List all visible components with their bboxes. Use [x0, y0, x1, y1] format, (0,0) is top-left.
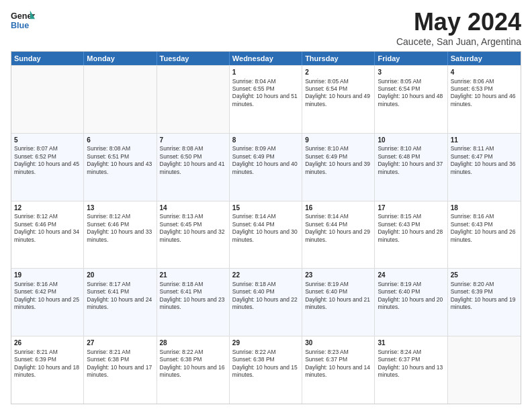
sunrise-text: Sunrise: 8:24 AM: [378, 349, 421, 355]
sunrise-text: Sunrise: 8:21 AM: [87, 349, 130, 355]
calendar-cell-w2-d7: 11Sunrise: 8:11 AMSunset: 6:47 PMDayligh…: [448, 134, 521, 201]
sunrise-text: Sunrise: 8:10 AM: [305, 145, 349, 152]
calendar-cell-w3-d2: 13Sunrise: 8:12 AMSunset: 6:46 PMDayligh…: [84, 201, 157, 269]
day-number: 1: [232, 68, 299, 77]
day-number: 6: [87, 136, 153, 145]
sunrise-text: Sunrise: 8:10 AM: [378, 145, 421, 152]
daylight-text: Daylight: 10 hours and 16 minutes.: [160, 364, 225, 378]
sunrise-text: Sunrise: 8:04 AM: [232, 78, 276, 85]
daylight-text: Daylight: 10 hours and 13 minutes.: [378, 364, 443, 378]
sunset-text: Sunset: 6:37 PM: [305, 356, 347, 363]
sunrise-text: Sunrise: 8:19 AM: [378, 281, 421, 287]
calendar-cell-w1-d7: 4Sunrise: 8:06 AMSunset: 6:53 PMDaylight…: [448, 66, 521, 133]
calendar-week-5: 26Sunrise: 8:21 AMSunset: 6:39 PMDayligh…: [11, 336, 521, 404]
calendar-cell-w5-d3: 28Sunrise: 8:22 AMSunset: 6:38 PMDayligh…: [157, 336, 230, 404]
sunset-text: Sunset: 6:38 PM: [232, 356, 275, 363]
day-number: 14: [160, 203, 226, 213]
sunset-text: Sunset: 6:39 PM: [451, 288, 493, 295]
calendar-title: May 2024: [396, 8, 521, 36]
sunset-text: Sunset: 6:44 PM: [232, 221, 275, 228]
calendar-location: Caucete, San Juan, Argentina: [396, 36, 521, 47]
page-container: General Blue May 2024 Caucete, San Juan,…: [0, 0, 532, 411]
day-number: 3: [378, 68, 444, 77]
daylight-text: Daylight: 10 hours and 28 minutes.: [378, 228, 443, 242]
day-number: 2: [305, 68, 371, 77]
sunset-text: Sunset: 6:50 PM: [160, 153, 202, 160]
daylight-text: Daylight: 10 hours and 24 minutes.: [87, 296, 152, 310]
header-sunday: Sunday: [11, 52, 84, 65]
sunset-text: Sunset: 6:55 PM: [232, 85, 275, 92]
day-number: 27: [87, 338, 153, 348]
daylight-text: Daylight: 10 hours and 51 minutes.: [232, 93, 298, 107]
sunset-text: Sunset: 6:52 PM: [14, 153, 56, 160]
calendar-cell-w2-d3: 7Sunrise: 8:08 AMSunset: 6:50 PMDaylight…: [157, 134, 230, 201]
calendar-cell-w1-d5: 2Sunrise: 8:05 AMSunset: 6:54 PMDaylight…: [302, 66, 375, 133]
calendar-cell-w4-d1: 19Sunrise: 8:16 AMSunset: 6:42 PMDayligh…: [11, 269, 84, 336]
calendar-cell-w2-d1: 5Sunrise: 8:07 AMSunset: 6:52 PMDaylight…: [11, 134, 84, 201]
sunrise-text: Sunrise: 8:12 AM: [87, 213, 130, 220]
calendar-week-2: 5Sunrise: 8:07 AMSunset: 6:52 PMDaylight…: [11, 133, 521, 201]
daylight-text: Daylight: 10 hours and 20 minutes.: [378, 296, 443, 310]
sunset-text: Sunset: 6:46 PM: [14, 221, 56, 228]
sunset-text: Sunset: 6:54 PM: [378, 85, 420, 92]
sunrise-text: Sunrise: 8:14 AM: [305, 213, 349, 220]
sunset-text: Sunset: 6:49 PM: [232, 153, 275, 160]
daylight-text: Daylight: 10 hours and 34 minutes.: [14, 228, 79, 242]
day-number: 31: [378, 338, 444, 348]
sunrise-text: Sunrise: 8:05 AM: [305, 78, 349, 85]
daylight-text: Daylight: 10 hours and 32 minutes.: [160, 228, 225, 242]
sunrise-text: Sunrise: 8:08 AM: [160, 145, 204, 152]
daylight-text: Daylight: 10 hours and 30 minutes.: [232, 228, 298, 242]
daylight-text: Daylight: 10 hours and 48 minutes.: [378, 93, 443, 107]
day-number: 19: [14, 271, 81, 280]
day-number: 17: [378, 203, 444, 213]
sunrise-text: Sunrise: 8:20 AM: [451, 281, 494, 287]
calendar-cell-w5-d6: 31Sunrise: 8:24 AMSunset: 6:37 PMDayligh…: [375, 336, 447, 404]
day-number: 16: [305, 203, 371, 213]
sunset-text: Sunset: 6:43 PM: [378, 221, 420, 228]
daylight-text: Daylight: 10 hours and 46 minutes.: [451, 93, 516, 107]
day-number: 21: [160, 271, 226, 280]
calendar-cell-w3-d4: 15Sunrise: 8:14 AMSunset: 6:44 PMDayligh…: [230, 201, 302, 269]
daylight-text: Daylight: 10 hours and 18 minutes.: [14, 364, 79, 378]
calendar-body: 1Sunrise: 8:04 AMSunset: 6:55 PMDaylight…: [11, 65, 521, 404]
calendar-cell-w2-d5: 9Sunrise: 8:10 AMSunset: 6:49 PMDaylight…: [302, 134, 375, 201]
daylight-text: Daylight: 10 hours and 40 minutes.: [232, 161, 298, 175]
day-number: 5: [14, 136, 81, 145]
sunset-text: Sunset: 6:51 PM: [87, 153, 129, 160]
sunset-text: Sunset: 6:43 PM: [451, 221, 493, 228]
day-number: 24: [378, 271, 444, 280]
calendar-cell-w1-d1: [11, 66, 84, 133]
sunset-text: Sunset: 6:40 PM: [378, 288, 420, 295]
day-number: 8: [232, 136, 299, 145]
calendar-cell-w4-d2: 20Sunrise: 8:17 AMSunset: 6:41 PMDayligh…: [84, 269, 157, 336]
sunset-text: Sunset: 6:37 PM: [378, 356, 420, 363]
sunset-text: Sunset: 6:40 PM: [305, 288, 347, 295]
day-number: 22: [232, 271, 299, 280]
day-number: 13: [87, 203, 153, 213]
sunrise-text: Sunrise: 8:14 AM: [232, 213, 276, 220]
daylight-text: Daylight: 10 hours and 41 minutes.: [160, 161, 225, 175]
calendar-cell-w4-d3: 21Sunrise: 8:18 AMSunset: 6:41 PMDayligh…: [157, 269, 230, 336]
header-monday: Monday: [84, 52, 157, 65]
daylight-text: Daylight: 10 hours and 43 minutes.: [87, 161, 152, 175]
sunrise-text: Sunrise: 8:06 AM: [451, 78, 494, 85]
daylight-text: Daylight: 10 hours and 17 minutes.: [87, 364, 152, 378]
svg-text:Blue: Blue: [11, 21, 29, 30]
calendar-cell-w1-d3: [157, 66, 230, 133]
day-number: 29: [232, 338, 299, 348]
sunrise-text: Sunrise: 8:16 AM: [14, 281, 58, 287]
sunrise-text: Sunrise: 8:11 AM: [451, 145, 494, 152]
calendar-cell-w1-d4: 1Sunrise: 8:04 AMSunset: 6:55 PMDaylight…: [230, 66, 302, 133]
calendar-cell-w2-d4: 8Sunrise: 8:09 AMSunset: 6:49 PMDaylight…: [230, 134, 302, 201]
sunrise-text: Sunrise: 8:15 AM: [378, 213, 421, 220]
sunset-text: Sunset: 6:53 PM: [451, 85, 493, 92]
daylight-text: Daylight: 10 hours and 45 minutes.: [14, 161, 79, 175]
daylight-text: Daylight: 10 hours and 33 minutes.: [87, 228, 152, 242]
logo-icon: General Blue: [11, 8, 35, 32]
sunrise-text: Sunrise: 8:08 AM: [87, 145, 130, 152]
page-header: General Blue May 2024 Caucete, San Juan,…: [11, 8, 521, 47]
day-number: 26: [14, 338, 81, 348]
calendar-cell-w1-d2: [84, 66, 157, 133]
sunset-text: Sunset: 6:54 PM: [305, 85, 347, 92]
